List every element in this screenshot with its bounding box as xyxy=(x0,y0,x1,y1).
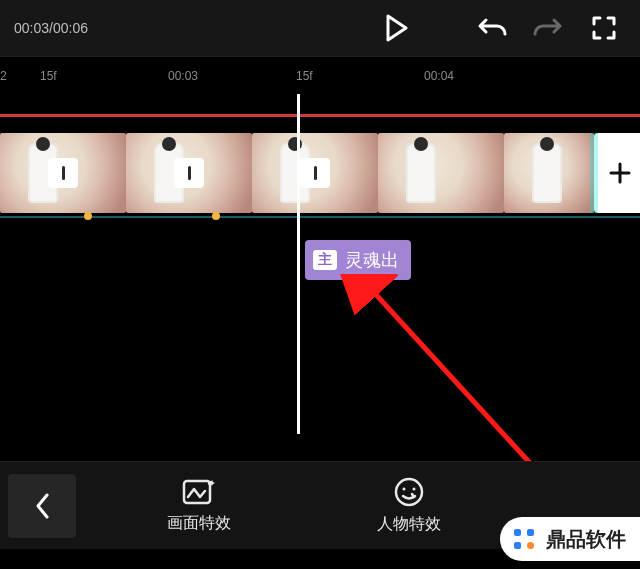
ruler-tick: 15f xyxy=(296,69,424,83)
ruler-tick: 15f xyxy=(40,69,168,83)
person-effects-button[interactable]: 人物特效 xyxy=(334,476,484,535)
video-clip[interactable] xyxy=(126,133,252,213)
svg-rect-6 xyxy=(514,529,521,536)
video-clip[interactable] xyxy=(504,133,594,213)
svg-point-5 xyxy=(413,488,416,491)
watermark: 鼎品软件 xyxy=(500,517,640,561)
svg-rect-9 xyxy=(527,542,534,549)
watermark-text: 鼎品软件 xyxy=(546,526,626,553)
ruler-tick: 00:03 xyxy=(168,69,296,83)
ruler-tick: 2 xyxy=(0,69,40,83)
playback-time: 00:03/00:06 xyxy=(8,20,88,36)
play-button[interactable] xyxy=(368,4,424,52)
back-button[interactable] xyxy=(8,474,76,538)
effect-clip[interactable]: 主 灵魂出 xyxy=(305,240,411,280)
top-toolbar: 00:03/00:06 xyxy=(0,0,640,56)
video-clip[interactable] xyxy=(378,133,504,213)
person-effects-icon xyxy=(393,476,425,508)
timeline[interactable]: 主 灵魂出 xyxy=(0,94,640,434)
svg-rect-8 xyxy=(514,542,521,549)
keyframe-marker[interactable] xyxy=(212,212,220,220)
person-effects-label: 人物特效 xyxy=(377,514,441,535)
effect-track[interactable]: 主 灵魂出 xyxy=(305,240,411,280)
clip-transition-handle[interactable] xyxy=(174,158,204,188)
ruler-tick: 00:04 xyxy=(424,69,552,83)
total-time: 00:06 xyxy=(53,20,88,36)
add-clip-button[interactable] xyxy=(594,133,640,213)
picture-effects-icon xyxy=(182,477,216,507)
fullscreen-button[interactable] xyxy=(576,4,632,52)
video-clip[interactable] xyxy=(252,133,378,213)
effect-badge: 主 xyxy=(313,250,337,270)
svg-rect-7 xyxy=(527,529,534,536)
clip-transition-handle[interactable] xyxy=(300,158,330,188)
keyframe-marker[interactable] xyxy=(84,212,92,220)
track-divider-top xyxy=(0,114,640,117)
picture-effects-button[interactable]: 画面特效 xyxy=(124,477,274,534)
plus-icon xyxy=(607,160,633,186)
playhead[interactable] xyxy=(297,94,300,434)
redo-button xyxy=(520,4,576,52)
current-time: 00:03 xyxy=(14,20,49,36)
track-divider-bottom xyxy=(0,216,640,218)
watermark-logo-icon xyxy=(510,525,538,553)
svg-line-0 xyxy=(370,288,540,474)
undo-button[interactable] xyxy=(464,4,520,52)
picture-effects-label: 画面特效 xyxy=(167,513,231,534)
svg-point-3 xyxy=(396,479,422,505)
video-clip[interactable] xyxy=(0,133,126,213)
svg-point-4 xyxy=(403,488,406,491)
clip-transition-handle[interactable] xyxy=(48,158,78,188)
timeline-ruler[interactable]: 2 15f 00:03 15f 00:04 xyxy=(0,56,640,94)
video-track[interactable] xyxy=(0,132,640,214)
effect-label: 灵魂出 xyxy=(345,248,399,272)
